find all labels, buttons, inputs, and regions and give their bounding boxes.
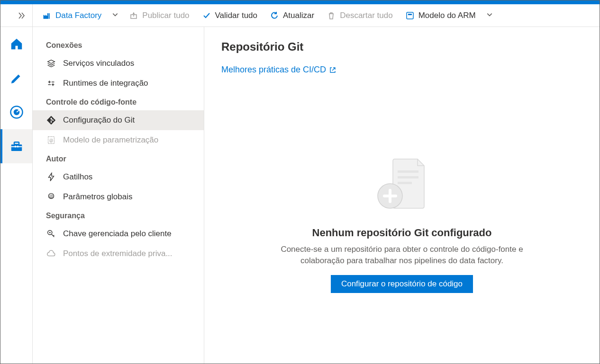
validate-all-button[interactable]: Validar tudo xyxy=(197,8,262,23)
nav-param-template: @ Modelo de parametrização xyxy=(33,130,204,150)
publish-icon xyxy=(129,11,138,20)
svg-rect-20 xyxy=(398,182,412,184)
section-security: Segurança xyxy=(33,207,204,224)
svg-text:@: @ xyxy=(49,139,53,143)
nav-triggers[interactable]: Gatilhos xyxy=(33,167,204,187)
section-author: Autor xyxy=(33,150,204,167)
refresh-label: Atualizar xyxy=(283,11,314,20)
nav-linked-services[interactable]: Serviços vinculados xyxy=(33,53,204,73)
best-practices-link[interactable]: Melhores práticas de CI/CD xyxy=(221,65,336,75)
data-factory-label: Data Factory xyxy=(55,11,101,20)
discard-all-button: Descartar tudo xyxy=(322,8,398,23)
nav-private-endpoints: Pontos de extremidade priva... xyxy=(33,244,204,264)
arm-icon xyxy=(405,11,415,20)
discard-all-label: Descartar tudo xyxy=(340,11,393,20)
arm-template-caret[interactable] xyxy=(483,9,496,22)
key-icon xyxy=(46,229,56,239)
nav-git-config[interactable]: Configuração do Git xyxy=(33,110,204,130)
section-connections: Conexões xyxy=(33,36,204,53)
param-template-icon: @ xyxy=(46,135,56,145)
empty-state-description: Conecte-se a um repositório para obter o… xyxy=(269,244,535,266)
svg-rect-8 xyxy=(408,14,412,15)
content-main: Repositório Git Melhores práticas de CI/… xyxy=(204,27,600,364)
empty-state: Nenhum repositório Git configurado Conec… xyxy=(221,151,582,293)
svg-rect-19 xyxy=(398,176,418,178)
arm-template-label: Modelo do ARM xyxy=(418,11,476,20)
page-title: Repositório Git xyxy=(221,40,582,53)
chevron-double-right-icon xyxy=(18,12,26,19)
data-factory-dropdown[interactable]: Data Factory xyxy=(37,8,106,23)
nav-label: Configuração do Git xyxy=(63,115,135,125)
integration-runtime-icon xyxy=(46,78,56,89)
refresh-icon xyxy=(270,11,279,20)
window-topbar xyxy=(0,0,600,4)
nav-integration-runtimes[interactable]: Runtimes de integração xyxy=(33,73,204,93)
svg-rect-3 xyxy=(14,142,19,144)
svg-rect-4 xyxy=(11,146,22,147)
rail-manage[interactable] xyxy=(0,129,32,163)
gauge-icon xyxy=(9,105,24,119)
global-params-icon: @ xyxy=(46,192,56,202)
nav-label: Chave gerenciada pelo cliente xyxy=(63,229,172,239)
rail-author[interactable] xyxy=(0,61,32,95)
link-text: Melhores práticas de CI/CD xyxy=(221,65,326,75)
svg-rect-18 xyxy=(398,170,418,173)
nav-label: Serviços vinculados xyxy=(63,59,134,68)
external-link-icon xyxy=(329,66,336,74)
svg-text:@: @ xyxy=(49,195,53,199)
nav-label: Parâmetros globais xyxy=(63,192,132,202)
data-factory-caret[interactable] xyxy=(109,9,121,22)
svg-rect-7 xyxy=(407,12,413,19)
empty-state-title: Nenhum repositório Git configurado xyxy=(312,227,492,239)
git-icon xyxy=(46,115,56,125)
empty-state-icon xyxy=(366,151,437,218)
nav-label: Modelo de parametrização xyxy=(63,135,158,145)
chevron-down-icon xyxy=(112,11,118,18)
pencil-icon xyxy=(9,71,24,85)
configure-repo-button[interactable]: Configurar o repositório de código xyxy=(331,275,473,293)
chevron-down-icon xyxy=(486,11,493,18)
svg-rect-6 xyxy=(17,146,18,148)
nav-label: Runtimes de integração xyxy=(63,79,148,88)
left-rail xyxy=(0,4,33,364)
rail-home[interactable] xyxy=(0,27,32,61)
nav-cmk[interactable]: Chave gerenciada pelo cliente xyxy=(33,224,204,244)
cloud-icon xyxy=(46,249,56,259)
toolbox-icon xyxy=(9,139,24,153)
nav-label: Gatilhos xyxy=(63,172,92,182)
home-icon xyxy=(9,37,24,51)
nav-label: Pontos de extremidade priva... xyxy=(63,249,173,258)
factory-icon xyxy=(42,11,52,20)
toolbar: Data Factory Publicar tudo Validar tudo … xyxy=(33,4,600,27)
side-panel: Conexões Serviços vinculados Runtimes de… xyxy=(33,27,204,364)
arm-template-button[interactable]: Modelo do ARM xyxy=(400,8,481,23)
expand-rail-button[interactable] xyxy=(0,4,32,27)
section-source-control: Controle do código-fonte xyxy=(33,93,204,110)
check-icon xyxy=(202,11,211,20)
nav-global-params[interactable]: @ Parâmetros globais xyxy=(33,187,204,207)
svg-point-17 xyxy=(49,232,51,233)
trash-icon xyxy=(327,11,336,20)
refresh-button[interactable]: Atualizar xyxy=(265,8,319,23)
rail-monitor[interactable] xyxy=(0,95,32,129)
publish-all-label: Publicar tudo xyxy=(142,11,189,20)
validate-all-label: Validar tudo xyxy=(215,11,257,20)
svg-rect-5 xyxy=(15,146,16,148)
svg-rect-2 xyxy=(11,144,22,151)
trigger-icon xyxy=(46,172,56,182)
publish-all-button: Publicar tudo xyxy=(124,8,194,23)
linked-services-icon xyxy=(46,58,56,69)
